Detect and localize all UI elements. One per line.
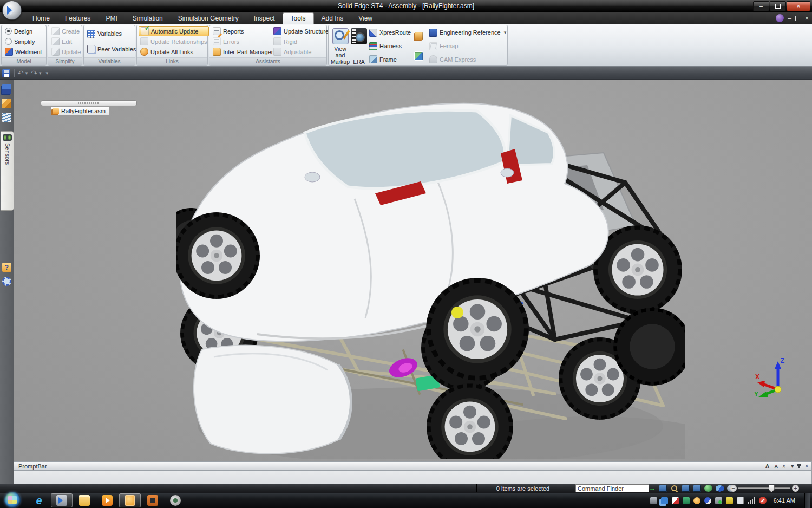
taskbar-solid-edge-button[interactable] <box>51 493 73 507</box>
start-button[interactable] <box>4 492 21 508</box>
rally-fighter-model[interactable] <box>176 101 685 459</box>
update-button[interactable]: Update <box>50 47 82 57</box>
harness-button[interactable]: Harness <box>368 41 412 51</box>
update-all-links-button[interactable]: Update All Links <box>139 47 209 57</box>
pathfinder-icon[interactable] <box>2 84 11 94</box>
tray-app-icon-1[interactable] <box>650 497 657 504</box>
inter-part-manager-button[interactable]: Inter-Part Manager <box>211 47 272 57</box>
doc-minimize-button[interactable]: – <box>788 15 791 22</box>
taskbar-app-button[interactable] <box>142 493 163 507</box>
design-radio[interactable]: Design <box>3 26 43 36</box>
cam-express-button[interactable]: CAM Express <box>428 54 508 64</box>
close-button[interactable]: × <box>787 1 810 11</box>
collapse-up-icon[interactable]: « <box>781 464 788 467</box>
rigid-button[interactable]: Rigid <box>272 36 330 47</box>
taskbar-clock[interactable]: 6:41 AM <box>774 497 795 504</box>
tab-view[interactable]: View <box>351 13 380 24</box>
library-help-icon[interactable]: ? <box>2 263 11 272</box>
simplify-radio[interactable]: Simplify <box>3 36 43 47</box>
font-decrease-icon[interactable]: A <box>775 464 778 469</box>
graphics-viewport[interactable]: RallyFighter.asm <box>14 80 812 461</box>
rotate-icon[interactable] <box>704 485 712 492</box>
group-label-variables[interactable]: Variables <box>84 57 135 65</box>
group-label-assistants[interactable]: Assistants <box>209 57 326 65</box>
taskbar-ie-button[interactable]: e <box>28 493 50 507</box>
zoom-slider[interactable]: − + <box>730 485 799 492</box>
pathfinder-collapsed-handle[interactable] <box>41 100 137 106</box>
tray-app-icon-2[interactable] <box>661 497 668 504</box>
document-tab[interactable]: RallyFighter.asm <box>50 106 109 116</box>
engineering-reference-button[interactable]: Engineering Reference ▾ <box>428 28 508 38</box>
group-label-simplify[interactable]: Simplify <box>48 57 82 65</box>
zoom-icon[interactable] <box>670 485 678 492</box>
environ-image-button[interactable] <box>412 51 425 61</box>
promptbar-close-icon[interactable]: × <box>805 463 808 469</box>
common-views-icon[interactable] <box>716 485 724 492</box>
maximize-button[interactable] <box>770 1 786 11</box>
tray-smartcard-icon[interactable] <box>726 497 733 504</box>
volume-muted-icon[interactable] <box>759 497 767 504</box>
tray-green-app-icon[interactable] <box>683 497 690 504</box>
show-desktop-button[interactable] <box>804 493 810 508</box>
reports-button[interactable]: Reports <box>211 26 272 36</box>
zoom-slider-thumb[interactable] <box>769 485 775 492</box>
sensors-tab[interactable]: Sensors <box>1 131 14 211</box>
zoom-out-icon[interactable]: − <box>730 485 737 492</box>
fit-view-icon[interactable] <box>682 485 690 492</box>
pan-icon[interactable] <box>693 485 701 492</box>
update-structure-button[interactable]: Update Structure <box>272 26 330 36</box>
collapse-down-icon[interactable]: ▾ <box>791 463 794 469</box>
application-button[interactable] <box>2 1 22 20</box>
weldment-button[interactable]: Weldment <box>3 47 43 57</box>
adjustable-button[interactable]: Adjustable <box>272 47 330 57</box>
pin-icon[interactable] <box>798 464 800 468</box>
view-and-markup-button[interactable]: View and Markup <box>330 26 350 66</box>
tab-simulation-geometry[interactable]: Simulation Geometry <box>171 13 246 24</box>
undo-button[interactable]: ↶▾ <box>17 69 28 77</box>
zoom-slider-track[interactable] <box>738 487 790 489</box>
settings-gear-icon[interactable] <box>2 277 11 286</box>
xpresroute-button[interactable]: XpresRoute <box>368 28 412 38</box>
redo-button[interactable]: ↷▾ <box>31 69 41 77</box>
tab-simulation[interactable]: Simulation <box>125 13 171 24</box>
tray-sync-icon[interactable] <box>704 497 711 504</box>
doc-close-button[interactable]: × <box>805 15 809 22</box>
tray-usb-icon[interactable] <box>715 497 722 504</box>
group-label-model[interactable]: Model <box>2 57 46 65</box>
zoom-area-icon[interactable] <box>659 485 667 492</box>
environ-stack-button[interactable] <box>413 31 424 41</box>
network-signal-icon[interactable] <box>748 497 755 504</box>
taskbar-media-player-button[interactable] <box>96 493 118 507</box>
femap-button[interactable]: Femap <box>428 41 508 51</box>
taskbar-outlook-button[interactable] <box>119 493 141 507</box>
command-finder-input[interactable] <box>575 484 649 492</box>
tab-features[interactable]: Features <box>57 13 98 24</box>
taskbar-webcam-button[interactable] <box>165 493 186 507</box>
save-button[interactable] <box>2 69 10 77</box>
wheel-front-near[interactable] <box>176 212 260 299</box>
frame-button[interactable]: Frame <box>368 54 412 64</box>
errors-button[interactable]: Errors <box>211 36 272 47</box>
edit-button[interactable]: Edit <box>50 36 82 47</box>
tray-outlook-icon[interactable] <box>693 497 700 504</box>
era-button[interactable]: ERA <box>350 26 368 66</box>
command-finder-go-icon[interactable]: → <box>649 485 656 492</box>
automatic-update-button[interactable]: ✓ Automatic Update <box>139 26 209 36</box>
peer-variables-button[interactable]: Peer Variables <box>86 44 137 54</box>
tab-pmi[interactable]: PMI <box>98 13 125 24</box>
select-tools-icon[interactable] <box>2 99 11 108</box>
layers-icon[interactable] <box>2 113 11 122</box>
minimize-button[interactable]: – <box>753 1 769 11</box>
zoom-in-icon[interactable]: + <box>792 485 799 492</box>
create-button[interactable]: Create <box>50 26 82 36</box>
toolbar-overflow-button[interactable]: ▾ <box>45 71 49 76</box>
front-body-clip[interactable] <box>194 346 351 454</box>
tab-add-ins[interactable]: Add Ins <box>314 13 351 24</box>
doc-restore-button[interactable] <box>795 16 801 21</box>
variables-button[interactable]: Variables <box>86 29 137 39</box>
tray-pen-icon[interactable] <box>672 497 679 504</box>
wheel-rear-left[interactable] <box>426 278 529 381</box>
group-label-links[interactable]: Links <box>137 57 207 65</box>
update-relationships-button[interactable]: Update Relationships <box>139 36 209 47</box>
help-icon[interactable] <box>776 14 784 22</box>
